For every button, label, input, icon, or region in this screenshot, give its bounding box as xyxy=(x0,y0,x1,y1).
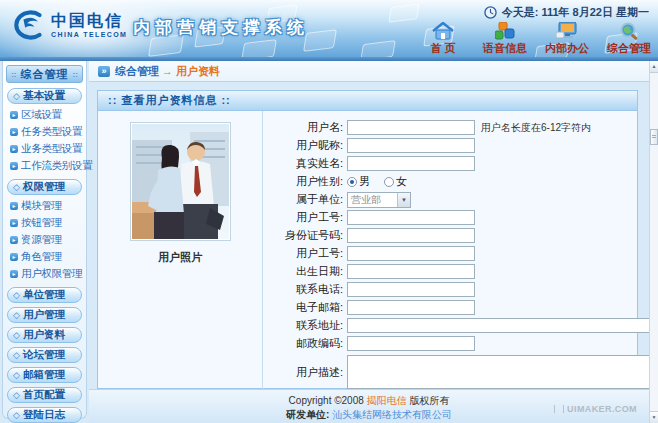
footer: Copyright ©2008 揭阳电信 版权所有 研发单位: 汕头集结网络技术… xyxy=(89,389,649,423)
sidebar-section-user-profile[interactable]: ◇ 用户资料 xyxy=(7,327,82,343)
idcard-input[interactable] xyxy=(347,228,475,243)
panel-body: 用户照片 用户名: 用户名长度在6-12字符内 用户昵称: 真实姓名: xyxy=(98,111,637,389)
panel-title: :: 查看用户资料信息 :: xyxy=(98,91,637,111)
sidebar-section-unit-mgmt[interactable]: ◇ 单位管理 xyxy=(7,287,82,303)
breadcrumb-root: 综合管理 xyxy=(115,64,159,79)
app-window: 中国电信 CHINA TELECOM 内部营销支撑系统 今天是: 111年 8月… xyxy=(0,0,658,423)
address-input[interactable] xyxy=(347,318,658,333)
arrow-square-icon: ▸ xyxy=(10,270,18,278)
gender-radio-male[interactable] xyxy=(347,177,357,187)
nav-item-home[interactable]: 首 页 xyxy=(418,22,468,56)
field-label: 属于单位: xyxy=(263,192,343,207)
header-banner: 中国电信 CHINA TELECOM 内部营销支撑系统 今天是: 111年 8月… xyxy=(0,0,658,57)
system-title: 内部营销支撑系统 xyxy=(133,16,309,39)
form-row-unit: 属于单位: 营业部 ▼ xyxy=(263,192,658,207)
sidebar-section-forum-mgmt[interactable]: ◇ 论坛管理 xyxy=(7,347,82,363)
sidebar-section-label: 用户资料 xyxy=(23,328,65,342)
sidebar-item-label: 业务类型设置 xyxy=(21,142,82,156)
form-row-realname: 真实姓名: xyxy=(263,156,658,171)
sidebar-section-homepage-config[interactable]: ◇ 首页配置 xyxy=(7,387,82,403)
sidebar-section-login-log[interactable]: ◇ 登陆日志 xyxy=(7,407,82,423)
scroll-down-button[interactable]: ▼ xyxy=(650,411,658,423)
sidebar-item-button-mgmt[interactable]: ▸ 按钮管理 xyxy=(5,215,84,232)
vertical-scrollbar[interactable]: ▲ ▼ xyxy=(649,61,658,423)
username-input[interactable] xyxy=(347,120,475,135)
sidebar-item-user-permission-mgmt[interactable]: ▸ 用户权限管理 xyxy=(5,266,84,283)
field-label: 用户性别: xyxy=(263,174,343,189)
sidebar-section-permission-mgmt[interactable]: ◇ 权限管理 xyxy=(7,179,82,195)
sidebar-section-label: 单位管理 xyxy=(23,288,65,302)
logo-cn-text: 中国电信 xyxy=(51,13,127,29)
sidebar-section-label: 邮箱管理 xyxy=(23,368,65,382)
field-label: 联系电话: xyxy=(263,282,343,297)
nav-label: 首 页 xyxy=(430,41,455,56)
unit-select-value: 营业部 xyxy=(348,193,381,207)
user-profile-panel: :: 查看用户资料信息 :: xyxy=(97,90,638,389)
photo-caption: 用户照片 xyxy=(158,250,202,265)
breadcrumb-arrow: → xyxy=(162,65,173,77)
sidebar-item-label: 角色管理 xyxy=(21,250,62,264)
sidebar-section-label: 登陆日志 xyxy=(23,408,65,422)
form-row-gender: 用户性别: 男 女 xyxy=(263,174,658,189)
top-nav: 首 页 语音信息 内部办公 xyxy=(418,22,654,56)
worknum-input[interactable] xyxy=(347,210,475,225)
unit-select[interactable]: 营业部 ▼ xyxy=(347,192,411,208)
keyboard-key-decor xyxy=(241,39,277,57)
chevron-down-icon: ▼ xyxy=(397,193,410,207)
sidebar-section-label: 权限管理 xyxy=(23,180,65,194)
nav-item-admin[interactable]: 综合管理 xyxy=(604,22,654,56)
gender-radio-female[interactable] xyxy=(384,177,394,187)
diamond-icon: ◇ xyxy=(13,331,20,340)
clock-icon xyxy=(484,6,497,19)
sidebar-item-region-settings[interactable]: ▸ 区域设置 xyxy=(5,107,84,124)
breadcrumb-marker-icon: » xyxy=(98,66,110,77)
sidebar-item-label: 模块管理 xyxy=(21,199,62,213)
diamond-icon: ◇ xyxy=(13,311,20,320)
user-photo xyxy=(130,122,231,241)
description-textarea[interactable] xyxy=(347,355,658,389)
watermark: UIMAKER.COM xyxy=(554,404,637,414)
sidebar-item-workflow-category-settings[interactable]: ▸ 工作流类别设置 xyxy=(5,158,84,175)
scroll-up-button[interactable]: ▲ xyxy=(650,61,658,73)
nickname-input[interactable] xyxy=(347,138,475,153)
form-row-zipcode: 邮政编码: xyxy=(263,336,658,351)
voice-blocks-icon xyxy=(495,22,515,40)
phone-input[interactable] xyxy=(347,282,475,297)
worknum2-input[interactable] xyxy=(347,246,475,261)
diamond-icon: ◇ xyxy=(13,183,20,192)
field-label: 真实姓名: xyxy=(263,156,343,171)
developer-company: 汕头集结网络技术有限公司 xyxy=(332,409,452,420)
sidebar-item-role-mgmt[interactable]: ▸ 角色管理 xyxy=(5,249,84,266)
nav-item-internal-office[interactable]: 内部办公 xyxy=(542,22,592,56)
sidebar-section-mailbox-mgmt[interactable]: ◇ 邮箱管理 xyxy=(7,367,82,383)
sidebar-item-module-mgmt[interactable]: ▸ 模块管理 xyxy=(5,198,84,215)
form-row-email: 电子邮箱: xyxy=(263,300,658,315)
scrollbar-thumb[interactable] xyxy=(650,129,658,145)
realname-input[interactable] xyxy=(347,156,475,171)
form-row-description: 用户描述: xyxy=(263,354,658,390)
logo-en-text: CHINA TELECOM xyxy=(51,31,127,38)
sidebar-title: 综合管理 xyxy=(21,67,69,82)
arrow-square-icon: ▸ xyxy=(10,236,18,244)
zipcode-input[interactable] xyxy=(347,336,475,351)
copyright-company: 揭阳电信 xyxy=(367,395,407,406)
sidebar-section-basic-settings[interactable]: ◇ 基本设置 xyxy=(7,88,82,104)
sidebar-item-task-type-settings[interactable]: ▸ 任务类型设置 xyxy=(5,124,84,141)
nav-item-voice-info[interactable]: 语音信息 xyxy=(480,22,530,56)
gender-label-female: 女 xyxy=(396,174,407,189)
arrow-square-icon: ▸ xyxy=(10,219,18,227)
sidebar-item-business-type-settings[interactable]: ▸ 业务类型设置 xyxy=(5,141,84,158)
field-label: 邮政编码: xyxy=(263,336,343,351)
sidebar-item-label: 工作流类别设置 xyxy=(21,159,92,173)
field-label: 电子邮箱: xyxy=(263,300,343,315)
field-label: 用户工号: xyxy=(263,246,343,261)
telecom-horn-icon xyxy=(8,7,46,43)
email-input[interactable] xyxy=(347,300,475,315)
sidebar-item-resource-mgmt[interactable]: ▸ 资源管理 xyxy=(5,232,84,249)
diamond-icon: ◇ xyxy=(13,411,20,420)
birthdate-input[interactable] xyxy=(347,264,475,279)
copyright-prefix: Copyright ©2008 xyxy=(289,395,364,406)
sidebar-section-user-mgmt[interactable]: ◇ 用户管理 xyxy=(7,307,82,323)
diamond-icon: ◇ xyxy=(13,351,20,360)
user-photo-image xyxy=(132,124,229,239)
